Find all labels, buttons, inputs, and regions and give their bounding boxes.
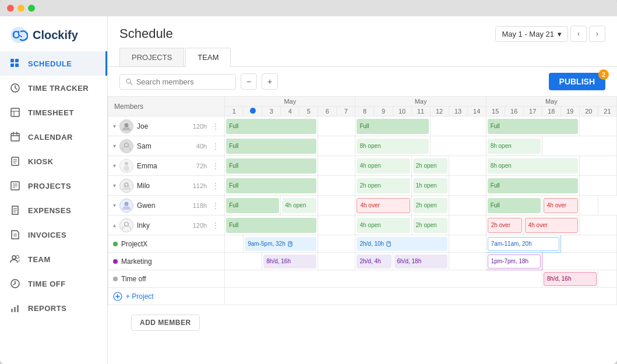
sidebar-item-expenses[interactable]: EXPENSES bbox=[0, 198, 107, 222]
gwen-block-6[interactable]: 4h over bbox=[542, 196, 579, 215]
tab-projects[interactable]: PROJECTS bbox=[119, 48, 184, 66]
logo-icon: C bbox=[9, 26, 28, 44]
clip-icon bbox=[386, 241, 392, 247]
zoom-out-button[interactable]: − bbox=[241, 73, 257, 90]
svg-point-44 bbox=[124, 165, 129, 171]
milo-block-4[interactable]: Full bbox=[486, 176, 579, 196]
projectx-block-2[interactable]: 2h/d, 10h bbox=[355, 235, 449, 253]
table-row: ▾ Milo 112h ⋮ Full bbox=[108, 176, 617, 196]
member-hours-sam: 40h bbox=[196, 143, 207, 150]
milo-block-2[interactable]: 2h open bbox=[355, 176, 411, 196]
chevron-down-icon[interactable]: ▾ bbox=[113, 162, 116, 169]
emma-block-2[interactable]: 4h open bbox=[355, 156, 411, 176]
search-input[interactable] bbox=[136, 77, 230, 86]
projectx-block-1[interactable]: 9am-5pm, 32h bbox=[244, 235, 318, 253]
chevron-down-icon[interactable]: ▾ bbox=[113, 182, 116, 189]
sidebar-label-projects: PROJECTS bbox=[28, 182, 71, 190]
next-period-button[interactable]: › bbox=[589, 26, 605, 42]
svg-point-46 bbox=[125, 202, 129, 206]
options-icon[interactable]: ⋮ bbox=[211, 142, 220, 151]
sam-block-2[interactable]: 8h open bbox=[355, 136, 430, 156]
gwen-block-4[interactable]: 2h open bbox=[411, 196, 449, 215]
projectx-block-3[interactable]: 7am-11am, 20h bbox=[486, 235, 560, 253]
clip-icon bbox=[287, 241, 293, 247]
maximize-dot[interactable] bbox=[28, 5, 35, 12]
today-marker bbox=[250, 108, 256, 114]
marketing-block-1[interactable]: 8h/d, 16h bbox=[262, 253, 318, 270]
options-icon[interactable]: ⋮ bbox=[211, 122, 220, 131]
emma-block-1[interactable]: Full bbox=[225, 156, 318, 176]
bottom-toolbar: ADD MEMBER bbox=[108, 305, 617, 340]
inky-block-2[interactable]: 4h open bbox=[355, 215, 411, 235]
sidebar-label-team: TEAM bbox=[28, 255, 51, 264]
member-cell-inky: ▴ Inky 120h ⋮ bbox=[108, 216, 224, 235]
sidebar-item-projects[interactable]: PROJECTS bbox=[0, 174, 107, 198]
sidebar-label-timesheet: TIMESHEET bbox=[28, 108, 74, 117]
add-project-cell[interactable]: + Project bbox=[108, 289, 224, 303]
sidebar-item-timesheet[interactable]: TIMESHEET bbox=[0, 100, 107, 125]
chevron-up-icon[interactable]: ▴ bbox=[113, 222, 116, 228]
sidebar-item-time-off[interactable]: TIME OFF bbox=[0, 271, 107, 296]
options-icon[interactable]: ⋮ bbox=[211, 221, 220, 230]
sidebar-item-schedule[interactable]: SCHEDULE bbox=[0, 51, 107, 76]
sidebar-item-kiosk[interactable]: KIOSK bbox=[0, 149, 107, 174]
inky-block-5[interactable]: 4h over bbox=[523, 215, 579, 235]
close-dot[interactable] bbox=[7, 5, 14, 12]
options-icon[interactable]: ⋮ bbox=[211, 161, 220, 171]
project-dot bbox=[113, 242, 118, 246]
members-column-header: Members bbox=[108, 97, 225, 116]
svg-point-31 bbox=[12, 256, 16, 259]
table-row: Time off 8h/d, 16h bbox=[108, 270, 617, 288]
svg-rect-38 bbox=[17, 305, 19, 312]
sidebar-item-invoices[interactable]: INVOICES bbox=[0, 222, 107, 247]
joe-block-3[interactable]: Full bbox=[486, 116, 579, 136]
joe-block-1[interactable]: Full bbox=[225, 116, 318, 136]
marketing-block-3[interactable]: 6h/d, 18h bbox=[393, 253, 449, 270]
prev-period-button[interactable]: ‹ bbox=[570, 26, 587, 42]
milo-block-1[interactable]: Full bbox=[225, 176, 318, 196]
sidebar-item-calendar[interactable]: CALENDAR bbox=[0, 125, 107, 149]
options-icon[interactable]: ⋮ bbox=[211, 181, 220, 190]
member-name-sam: Sam bbox=[137, 142, 193, 150]
chevron-down-icon[interactable]: ▾ bbox=[113, 143, 116, 149]
emma-block-3[interactable]: 2h open bbox=[411, 156, 449, 176]
member-cell-milo: ▾ Milo 112h ⋮ bbox=[108, 176, 224, 195]
inky-block-1[interactable]: Full bbox=[225, 215, 318, 235]
tab-team[interactable]: TEAM bbox=[185, 48, 231, 67]
project-dot bbox=[113, 277, 118, 281]
search-members-box[interactable] bbox=[119, 74, 236, 90]
chevron-down-icon[interactable]: ▾ bbox=[113, 123, 116, 129]
zoom-in-button[interactable]: + bbox=[262, 73, 278, 90]
svg-rect-7 bbox=[15, 63, 19, 67]
sam-block-1[interactable]: Full bbox=[225, 136, 318, 156]
inky-block-3[interactable]: 2h open bbox=[411, 215, 449, 235]
member-name-gwen: Gwen bbox=[137, 202, 189, 210]
date-range-picker[interactable]: May 1 - May 21 ▾ bbox=[495, 26, 568, 42]
publish-button[interactable]: PUBLISH 2 bbox=[549, 73, 605, 90]
emma-block-4[interactable]: 8h open bbox=[486, 156, 579, 176]
timeoff-block-1[interactable]: 8h/d, 16h bbox=[542, 270, 598, 288]
options-icon[interactable]: ⋮ bbox=[211, 201, 220, 210]
gwen-block-1[interactable]: Full bbox=[225, 196, 281, 215]
gwen-block-2[interactable]: 4h open bbox=[281, 196, 318, 215]
minimize-dot[interactable] bbox=[17, 5, 24, 12]
milo-block-3[interactable]: 1h open bbox=[411, 176, 449, 196]
sidebar-item-reports[interactable]: REPORTS bbox=[0, 296, 107, 320]
project-dot bbox=[113, 259, 118, 264]
sidebar-item-time-tracker[interactable]: TIME TRACKER bbox=[0, 76, 107, 100]
titlebar bbox=[0, 0, 617, 16]
joe-block-2[interactable]: Full bbox=[355, 116, 430, 136]
marketing-block-2[interactable]: 2h/d, 4h bbox=[355, 253, 393, 270]
sidebar-item-team[interactable]: TEAM bbox=[0, 247, 107, 271]
svg-point-47 bbox=[125, 222, 129, 226]
member-hours-milo: 112h bbox=[193, 182, 207, 189]
svg-rect-36 bbox=[11, 309, 13, 312]
inky-block-4[interactable]: 2h over bbox=[486, 215, 523, 235]
sam-block-3[interactable]: 8h open bbox=[486, 136, 542, 156]
add-member-button[interactable]: ADD MEMBER bbox=[131, 314, 200, 331]
gwen-block-3[interactable]: 4h over bbox=[355, 196, 411, 215]
schedule-grid: Members May May May 1 2 3 4 5 6 7 bbox=[108, 96, 617, 364]
chevron-down-icon[interactable]: ▾ bbox=[113, 202, 116, 208]
marketing-block-4[interactable]: 1pm-7pm, 18h bbox=[486, 253, 542, 270]
gwen-block-5[interactable]: Full bbox=[486, 196, 542, 215]
